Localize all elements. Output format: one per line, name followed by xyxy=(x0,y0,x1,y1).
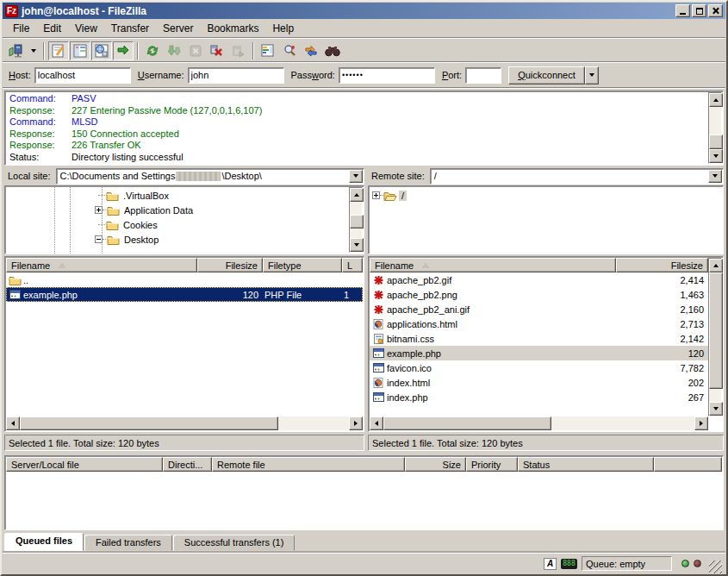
directory-listing-filters-button[interactable] xyxy=(258,41,278,60)
scroll-down-button[interactable] xyxy=(709,402,723,416)
log-vertical-scrollbar[interactable] xyxy=(708,92,722,164)
local-site-combobox[interactable]: C:\Documents and Settings\Desktop\ xyxy=(56,168,364,185)
menu-bookmarks[interactable]: Bookmarks xyxy=(200,21,265,36)
tree-item-application-data[interactable]: Application Data xyxy=(5,203,349,217)
expand-icon[interactable] xyxy=(95,206,103,214)
file-row[interactable]: apache_pb2.gif 2,414 xyxy=(370,272,708,287)
file-row[interactable]: apache_pb2.png 1,463 xyxy=(370,287,708,302)
local-directory-tree: .VirtualBox Application Data Cookies Des… xyxy=(4,185,364,254)
local-site-dropdown-button[interactable] xyxy=(349,170,363,183)
toggle-message-log-button[interactable] xyxy=(48,41,69,60)
resize-grip[interactable] xyxy=(709,560,722,573)
file-row[interactable]: applications.html 2,713 xyxy=(370,316,708,331)
scroll-down-button[interactable] xyxy=(709,149,723,163)
column-header-filesize[interactable]: Filesize xyxy=(197,258,263,272)
menu-file[interactable]: File xyxy=(6,21,36,36)
file-row-example-php[interactable]: example.php 120 PHP File 1 xyxy=(6,287,363,302)
process-queue-button[interactable] xyxy=(164,41,184,60)
port-input[interactable] xyxy=(465,67,501,84)
quickconnect-dropdown-button[interactable] xyxy=(585,66,599,85)
find-files-button[interactable] xyxy=(322,41,343,60)
column-header-size[interactable]: Size xyxy=(405,457,466,472)
menu-edit[interactable]: Edit xyxy=(36,21,68,36)
tree-item-cookies[interactable]: Cookies xyxy=(5,217,349,232)
tree-item-desktop[interactable]: Desktop xyxy=(5,232,349,247)
directory-comparison-button[interactable] xyxy=(279,41,300,60)
password-input[interactable] xyxy=(339,67,435,84)
tab-failed-transfers[interactable]: Failed transfers xyxy=(84,535,172,551)
column-header-direction[interactable]: Directi... xyxy=(163,457,212,472)
column-header-filesize[interactable]: Filesize xyxy=(616,258,708,272)
column-header-filename[interactable]: Filename xyxy=(6,258,197,272)
php-file-icon xyxy=(8,290,22,299)
scroll-thumb[interactable] xyxy=(709,135,723,149)
ascii-data-type-icon[interactable]: A xyxy=(544,558,557,570)
scroll-thumb[interactable] xyxy=(20,416,278,430)
scroll-left-button[interactable] xyxy=(370,416,383,430)
scroll-right-button[interactable] xyxy=(349,416,363,430)
column-header-remote-file[interactable]: Remote file xyxy=(212,457,405,472)
local-list-horizontal-scrollbar[interactable] xyxy=(6,416,363,430)
local-tree-scrollbar[interactable] xyxy=(349,187,363,253)
column-header-status[interactable]: Status xyxy=(518,457,654,472)
minimize-button[interactable] xyxy=(675,4,690,17)
file-row[interactable]: apache_pb2_ani.gif 2,160 xyxy=(370,302,708,316)
expand-icon[interactable] xyxy=(372,191,380,199)
column-header-server-local-file[interactable]: Server/Local file xyxy=(6,457,163,472)
scroll-up-button[interactable] xyxy=(709,259,723,272)
synchronized-browsing-button[interactable] xyxy=(301,41,321,60)
file-row[interactable]: index.php 267 xyxy=(370,390,708,404)
quickconnect-button[interactable]: Quickconnect xyxy=(508,66,585,85)
toggle-local-tree-button[interactable] xyxy=(70,41,90,60)
remote-site-dropdown-button[interactable] xyxy=(708,170,722,183)
remote-site-combobox[interactable]: / xyxy=(430,168,724,185)
scroll-thumb[interactable] xyxy=(383,416,551,430)
menu-help[interactable]: Help xyxy=(265,21,301,36)
column-header-filename[interactable]: Filename xyxy=(370,258,616,272)
close-icon xyxy=(712,7,719,15)
column-header-priority[interactable]: Priority xyxy=(466,457,518,472)
tree-item-virtualbox[interactable]: .VirtualBox xyxy=(5,188,349,203)
dropdown-arrow-icon xyxy=(353,174,358,178)
menu-transfer[interactable]: Transfer xyxy=(104,21,156,36)
refresh-button[interactable] xyxy=(142,41,163,60)
file-row-parent-dir[interactable]: .. xyxy=(6,272,363,287)
file-row[interactable]: index.html 202 xyxy=(370,375,708,390)
site-manager-button[interactable] xyxy=(6,41,27,60)
site-manager-dropdown-button[interactable] xyxy=(28,41,40,60)
tree-item-root[interactable]: / xyxy=(369,188,723,203)
scroll-right-button[interactable] xyxy=(694,416,708,430)
column-header-filetype[interactable]: Filetype xyxy=(263,258,342,272)
local-file-list: Filename Filesize Filetype L .. example.… xyxy=(4,256,364,432)
scroll-up-button[interactable] xyxy=(709,93,723,107)
scroll-left-button[interactable] xyxy=(6,416,20,430)
scroll-down-button[interactable] xyxy=(350,238,364,252)
file-row[interactable]: bitnami.css 2,142 xyxy=(370,331,708,346)
scroll-thumb[interactable] xyxy=(709,272,723,389)
title-bar[interactable]: Fz john@localhost - FileZilla xyxy=(3,3,725,19)
tab-queued-files[interactable]: Queued files xyxy=(4,533,84,551)
host-input[interactable] xyxy=(34,67,131,84)
scroll-up-button[interactable] xyxy=(350,188,364,202)
column-header-last-modified[interactable]: L xyxy=(342,258,363,272)
tab-successful-transfers[interactable]: Successful transfers (1) xyxy=(173,535,296,551)
username-input[interactable] xyxy=(188,67,284,84)
file-row[interactable]: favicon.ico 7,782 xyxy=(370,360,708,375)
menu-server[interactable]: Server xyxy=(156,21,200,36)
speed-limit-icon[interactable]: 888 xyxy=(561,559,577,569)
toggle-transfer-queue-button[interactable] xyxy=(113,41,134,60)
disconnect-button[interactable] xyxy=(207,41,227,60)
scroll-thumb[interactable] xyxy=(350,215,364,229)
remote-list-horizontal-scrollbar[interactable] xyxy=(370,416,708,430)
file-row-example-php[interactable]: example.php 120 xyxy=(370,346,708,360)
toggle-remote-tree-button[interactable] xyxy=(91,41,112,60)
arrow-left-icon xyxy=(11,421,15,426)
reconnect-button[interactable] xyxy=(228,41,249,60)
maximize-button[interactable] xyxy=(692,4,706,17)
close-button[interactable] xyxy=(708,4,723,17)
remote-list-vertical-scrollbar[interactable] xyxy=(708,258,722,416)
cancel-operation-button[interactable] xyxy=(185,41,206,60)
arrow-right-icon xyxy=(354,421,358,426)
menu-view[interactable]: View xyxy=(68,21,104,36)
collapse-icon[interactable] xyxy=(95,235,103,243)
